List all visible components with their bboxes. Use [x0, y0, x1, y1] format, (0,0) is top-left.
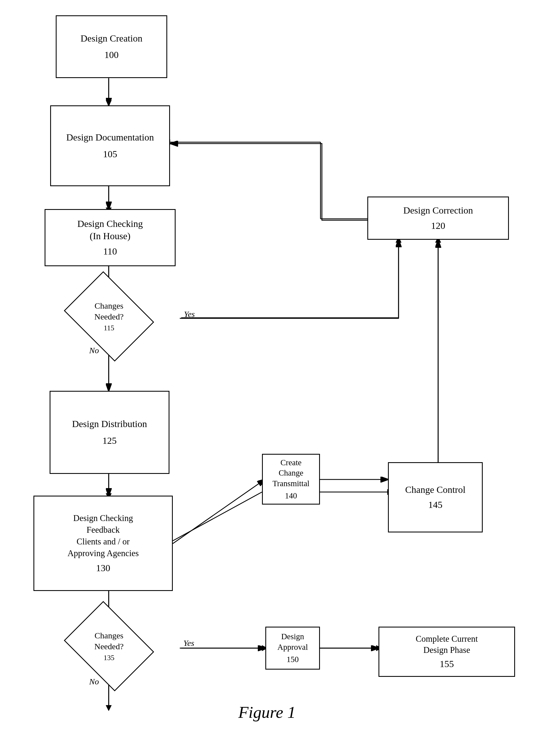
change-control-number: 145	[428, 499, 442, 511]
design-creation-number: 100	[104, 49, 119, 61]
design-correction-number: 120	[431, 220, 445, 232]
design-checking-inhouse-box: Design Checking(In House) 110	[44, 209, 175, 266]
yes-label-115: Yes	[184, 310, 195, 319]
complete-current-label: Complete CurrentDesign Phase	[416, 633, 478, 656]
no-label-115: No	[89, 346, 99, 355]
design-checking-feedback-label: Design CheckingFeedbackClients and / orA…	[67, 512, 139, 559]
changes-needed-135-label: ChangesNeeded?	[94, 631, 124, 651]
design-distribution-label: Design Distribution	[72, 418, 147, 430]
flowchart-diagram: Yes No Yes No Design Creation 100 Design…	[0, 0, 534, 730]
create-change-transmittal-label: CreateChangeTransmittal	[273, 457, 310, 489]
design-creation-box: Design Creation 100	[56, 15, 167, 78]
no-label-135: No	[89, 677, 99, 686]
changes-needed-115-diamond: ChangesNeeded? 115	[73, 288, 145, 344]
design-documentation-box: Design Documentation 105	[50, 105, 170, 186]
design-approval-box: DesignApproval 150	[265, 627, 320, 670]
create-change-transmittal-box: CreateChangeTransmittal 140	[262, 454, 320, 504]
changes-needed-115-number: 115	[104, 324, 114, 332]
design-correction-label: Design Correction	[403, 204, 473, 217]
svg-line-27	[173, 492, 262, 541]
design-distribution-box: Design Distribution 125	[50, 391, 170, 474]
yes-label-135: Yes	[183, 638, 194, 648]
complete-current-number: 155	[440, 658, 454, 670]
design-approval-number: 150	[286, 654, 299, 665]
changes-needed-135-number: 135	[104, 654, 115, 662]
change-control-label: Change Control	[405, 484, 466, 496]
create-change-transmittal-number: 140	[285, 491, 297, 501]
figure-caption: Figure 1	[0, 703, 534, 722]
design-documentation-number: 105	[103, 148, 117, 160]
design-checking-inhouse-number: 110	[103, 245, 117, 257]
svg-marker-10	[106, 385, 112, 390]
design-approval-label: DesignApproval	[277, 632, 308, 652]
changes-needed-135-diamond: ChangesNeeded? 135	[73, 618, 145, 674]
design-documentation-label: Design Documentation	[66, 131, 154, 144]
design-correction-box: Design Correction 120	[367, 197, 509, 240]
change-control-box: Change Control 145	[388, 462, 483, 532]
svg-marker-1	[106, 100, 112, 106]
design-checking-feedback-box: Design CheckingFeedbackClients and / orA…	[34, 496, 173, 591]
design-checking-feedback-number: 130	[96, 562, 110, 574]
design-checking-inhouse-label: Design Checking(In House)	[77, 218, 143, 242]
changes-needed-115-label: ChangesNeeded?	[94, 301, 124, 321]
figure-title: Figure 1	[238, 703, 296, 721]
complete-current-design-phase-box: Complete CurrentDesign Phase 155	[379, 627, 515, 677]
design-distribution-number: 125	[103, 435, 117, 447]
design-creation-label: Design Creation	[81, 32, 143, 44]
